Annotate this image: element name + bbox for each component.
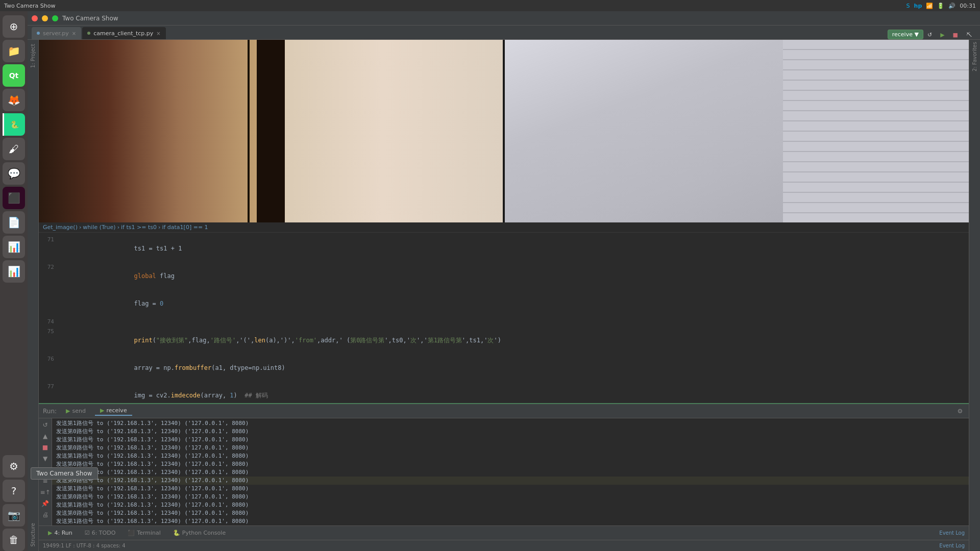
minimize-button[interactable] [42,15,48,21]
run-up-button[interactable]: ▲ [41,432,50,441]
sidebar-icon-calc[interactable]: 📊 [3,236,25,258]
structure-label: Structure [29,519,37,551]
line-num-74: 74 [39,317,60,327]
run-tab-receive-label: receive [106,407,127,414]
code-content-77: img = cv2.imdecode(array, 1) ## 解码 [60,382,969,403]
breadcrumb-arrow-2: › [117,224,119,231]
tooltip-text: Two Camera Show [36,470,92,477]
sidebar-icon-help[interactable]: ? [3,480,25,502]
sidebar-icon-gimp[interactable]: 🖌 [3,138,25,160]
code-content-73: flag = 0 [60,290,969,317]
bottom-tab-terminal[interactable]: ⬛ Terminal [122,529,166,537]
todo-tab-icon: ☑ [85,530,90,536]
hp-icon: hp [914,3,922,9]
code-line-74: 74 [39,317,969,327]
sidebar-icon-pycharm[interactable]: 🐍 [3,113,25,136]
status-left: 19499:1 LF : UTF-8 : 4 spaces: 4 [43,543,126,548]
breadcrumb-item-4: if data1[0] == 1 [162,224,208,231]
stop-button[interactable]: ■ [949,31,962,39]
run-line: 发送第0路信号 to ('192.168.1.3', 12340) ('127.… [52,509,969,517]
sidebar-icon-trash[interactable]: 🗑 [3,529,25,551]
sidebar-icon-camera[interactable]: 📷 [3,504,25,527]
code-content-71: ts1 = ts1 + 1 [60,235,969,262]
run-toolbar: Run: ▶ send ▶ receive ⚙ [39,404,969,418]
sidebar-icon-files[interactable]: 📁 [3,40,25,62]
run-pin-button[interactable]: 📌 [41,499,50,508]
settings-run-button[interactable]: ⚙ [955,407,965,416]
run-line: 发送第1路信号 to ('192.168.1.3', 12340) ('127.… [52,485,969,493]
run-panel: Run: ▶ send ▶ receive ⚙ [39,403,969,551]
run-tab-send-label: send [72,408,86,414]
line-num-75: 75 [39,327,60,336]
event-log-link[interactable]: Event Log [939,530,965,536]
tab-camera-client-label: camera_client_tcp.py [93,30,153,37]
tab-close-icon[interactable]: × [72,31,76,36]
tab-server-py-label: server.py [43,30,69,37]
bottom-tab-python-console[interactable]: 🐍 Python Console [168,529,231,537]
system-bar-right: S hp 📶 🔋 🔊 00:31 [906,3,976,9]
sidebar-icon-firefox[interactable]: 🦊 [3,89,25,111]
camera-1 [39,40,503,222]
breadcrumb-item-2: while (True) [83,224,115,231]
code-line-75: 75 print("接收到第",flag,'路信号','(',len(a),')… [39,327,969,354]
run-line: 发送第0路信号 to ('192.168.1.3', 12340) ('127.… [52,477,969,485]
volume-icon: 🔊 [948,3,955,9]
tab-camera-client[interactable]: camera_client_tcp.py × [82,27,165,39]
code-line-73: flag = 0 [39,290,969,317]
run-tab-send[interactable]: ▶ send [61,407,91,415]
sidebar-icon-settings[interactable]: ⚙ [3,455,25,478]
sidebar-icon-writer[interactable]: 📄 [3,211,25,234]
camera-display [39,40,969,222]
code-editor: Get_image() › while (True) › if ts1 >= t… [39,222,969,403]
bottom-tab-terminal-label: Terminal [137,530,161,536]
tab-active-close-icon[interactable]: × [156,31,160,36]
run-line: 发送第0路信号 to ('192.168.1.3', 12340) ('127.… [52,428,969,436]
refresh-button[interactable]: ↺ [923,31,936,39]
sidebar-icon-wechat[interactable]: 💬 [3,162,25,185]
run-line: 发送第1路信号 to ('192.168.1.3', 12340) ('127.… [52,419,969,428]
bottom-tab-run[interactable]: ▶ 4: Run [43,529,78,537]
run-tab-receive[interactable]: ▶ receive [95,406,132,416]
receive-label: receive ▼ [892,31,919,38]
run-down-button[interactable]: ▼ [41,454,50,463]
title-bar: Two Camera Show [28,11,980,26]
camera-2 [505,40,969,222]
code-content-75: print("接收到第",flag,'路信号','(',len(a),')','… [60,327,969,354]
sidebar-icon-qt[interactable]: Qt [3,64,25,87]
code-content-72: global flag [60,262,969,290]
sidebar-icon-terminal[interactable]: ⬛ [3,187,25,209]
run-tab-icon: ▶ [48,530,52,536]
sidebar-icon-search[interactable]: ⊕ [3,15,25,38]
tab-dot-active [87,32,90,35]
pycharm-window: Two Camera Show server.py × camera_clien… [28,11,980,551]
close-button[interactable] [32,15,38,21]
project-label: 1: Project [29,40,37,72]
run-line: 发送第0路信号 to ('192.168.1.3', 12340) ('127.… [52,444,969,452]
run-filter2-button[interactable]: ≡↑ [41,488,50,497]
code-line-76: 76 array = np.frombuffer(a1, dtype=np.ui… [39,354,969,382]
receive-icon: ▶ [100,407,104,414]
run-line: 发送第1路信号 to ('192.168.1.3', 12340) ('127.… [52,436,969,444]
system-bar-left: Two Camera Show [4,3,55,9]
line-num-76: 76 [39,355,60,364]
line-num-77: 77 [39,382,60,391]
tab-server-py[interactable]: server.py × [32,27,81,39]
app-title: Two Camera Show [4,3,55,9]
maximize-button[interactable] [52,15,58,21]
breadcrumb-item-3: if ts1 >= ts0 [121,224,157,231]
run-button[interactable]: ▶ [936,31,948,39]
bottom-tabs: ▶ 4: Run ☑ 6: TODO ⬛ Terminal 🐍 [39,525,969,540]
sidebar-icon-impress[interactable]: 📊 [3,260,25,283]
bottom-tab-todo[interactable]: ☑ 6: TODO [80,529,121,537]
run-stop-button[interactable]: ■ [41,443,50,452]
code-line-72: 72 global flag [39,262,969,290]
build-button[interactable]: ⛏ [962,31,976,39]
receive-dropdown[interactable]: receive ▼ [888,30,923,39]
run-output: 发送第1路信号 to ('192.168.1.3', 12340) ('127.… [52,418,969,525]
terminal-tab-icon: ⬛ [128,530,135,536]
run-label: Run: [43,408,57,415]
python-console-tab-icon: 🐍 [173,530,180,536]
run-print-button[interactable]: 🖨 [41,510,50,519]
run-restart-button[interactable]: ↺ [41,420,50,430]
editor-section: Get_image() › while (True) › if ts1 >= t… [39,40,969,551]
